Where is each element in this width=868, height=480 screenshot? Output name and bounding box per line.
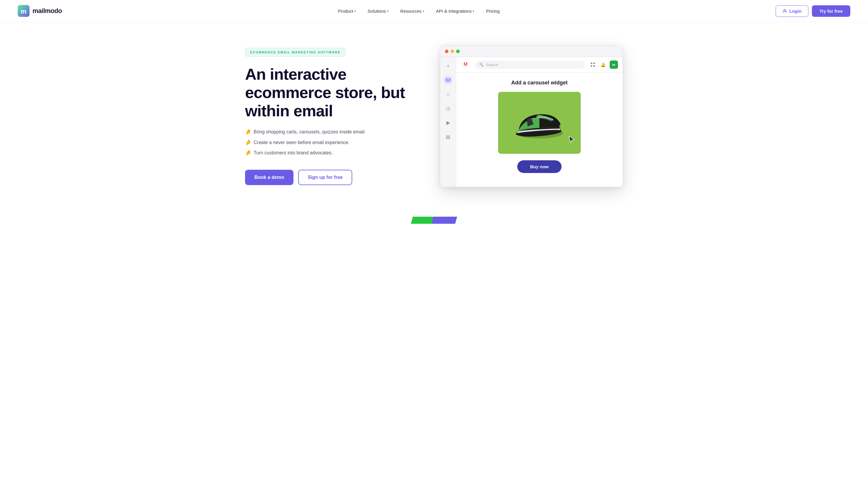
browser-content: ＋ ☆ ◷ ▶ ▤ bbox=[440, 57, 623, 187]
gmail-send-icon[interactable]: ▶ bbox=[444, 118, 452, 127]
nav-item-pricing[interactable]: Pricing bbox=[481, 6, 504, 16]
logo[interactable]: m mailmodo bbox=[18, 5, 62, 17]
gmail-compose-icon[interactable]: ＋ bbox=[444, 62, 452, 70]
chevron-down-icon: ▾ bbox=[423, 9, 424, 13]
purple-strip bbox=[432, 217, 457, 224]
nav-links: Product ▾ Solutions ▾ Resources ▾ API & … bbox=[333, 6, 504, 16]
gmail-star-icon[interactable]: ☆ bbox=[444, 90, 452, 98]
email-content-area: Add a carousel widget bbox=[456, 73, 623, 187]
svg-text:M: M bbox=[464, 62, 467, 67]
nav-item-solutions[interactable]: Solutions ▾ bbox=[363, 6, 393, 16]
hero-badge: ECOMMERCE EMAIL MARKETING SOFTWARE bbox=[245, 48, 345, 57]
nav-item-api[interactable]: API & Integrations ▾ bbox=[431, 6, 479, 16]
login-button[interactable]: Login bbox=[776, 5, 808, 17]
gmail-sidebar: ＋ ☆ ◷ ▶ ▤ bbox=[440, 57, 456, 187]
feature-item-1: 🤌 Bring shopping carts, carousels, quizz… bbox=[245, 128, 422, 136]
shoe-product-svg bbox=[510, 101, 569, 145]
svg-rect-8 bbox=[591, 65, 592, 67]
pointing-hand-icon-3: 🤌 bbox=[245, 149, 251, 157]
hero-buttons: Book a demo Sign up for free bbox=[245, 170, 422, 185]
mailmodo-gmail-icon: m bbox=[610, 61, 618, 69]
gmail-bell-icon[interactable]: 🔔 bbox=[600, 61, 606, 68]
buy-now-button[interactable]: Buy now bbox=[517, 160, 562, 173]
hero-section: ECOMMERCE EMAIL MARKETING SOFTWARE An in… bbox=[227, 22, 641, 205]
cursor-icon bbox=[568, 135, 575, 145]
sign-up-free-button[interactable]: Sign up for free bbox=[298, 170, 352, 185]
search-icon: 🔍 bbox=[479, 63, 484, 67]
mailmodo-logo-icon: m bbox=[18, 5, 30, 17]
gmail-top-icons: 🔔 m bbox=[590, 61, 618, 69]
bottom-decorative-strip bbox=[0, 205, 868, 233]
feature-item-3: 🤌 Turn customers into brand advocates. bbox=[245, 149, 422, 157]
hero-features-list: 🤌 Bring shopping carts, carousels, quizz… bbox=[245, 128, 422, 157]
hero-title: An interactive ecommerce store, but with… bbox=[245, 65, 422, 120]
svg-point-2 bbox=[784, 9, 786, 11]
gmail-search-bar[interactable]: 🔍 Search bbox=[475, 61, 585, 69]
gmail-inbox-icon[interactable] bbox=[444, 76, 452, 84]
svg-rect-9 bbox=[593, 65, 595, 67]
pointing-hand-icon-2: 🤌 bbox=[245, 139, 251, 147]
carousel-product-image bbox=[498, 92, 581, 154]
book-demo-button[interactable]: Book a demo bbox=[245, 170, 293, 185]
navbar: m mailmodo Product ▾ Solutions ▾ Resourc… bbox=[0, 0, 868, 22]
chevron-down-icon: ▾ bbox=[387, 9, 389, 13]
hero-left-content: ECOMMERCE EMAIL MARKETING SOFTWARE An in… bbox=[245, 48, 422, 185]
nav-actions: Login Try for free bbox=[776, 5, 850, 17]
gmail-clock-icon[interactable]: ◷ bbox=[444, 104, 452, 113]
pointing-hand-icon-1: 🤌 bbox=[245, 128, 251, 136]
svg-text:m: m bbox=[21, 8, 27, 15]
chevron-down-icon: ▾ bbox=[354, 9, 356, 13]
feature-item-2: 🤌 Create a never seen before email exper… bbox=[245, 139, 422, 147]
browser-maximize-dot bbox=[456, 50, 460, 53]
nav-item-product[interactable]: Product ▾ bbox=[333, 6, 361, 16]
browser-mockup: ＋ ☆ ◷ ▶ ▤ bbox=[440, 46, 623, 187]
gmail-m-logo: M bbox=[461, 60, 470, 69]
chevron-down-icon: ▾ bbox=[473, 9, 474, 13]
try-for-free-button[interactable]: Try for free bbox=[812, 5, 850, 17]
browser-titlebar bbox=[440, 46, 623, 57]
svg-rect-6 bbox=[591, 63, 592, 64]
gmail-grid-icon[interactable] bbox=[590, 61, 596, 68]
browser-close-dot bbox=[445, 50, 448, 53]
brand-name: mailmodo bbox=[32, 7, 62, 15]
nav-item-resources[interactable]: Resources ▾ bbox=[396, 6, 429, 16]
browser-minimize-dot bbox=[451, 50, 454, 53]
svg-text:m: m bbox=[612, 63, 615, 66]
carousel-widget-title: Add a carousel widget bbox=[511, 80, 567, 86]
gmail-draft-icon[interactable]: ▤ bbox=[444, 132, 452, 141]
hero-right-mockup: ＋ ☆ ◷ ▶ ▤ bbox=[440, 46, 623, 187]
user-icon bbox=[782, 8, 787, 13]
gmail-topbar: M 🔍 Search bbox=[456, 57, 623, 73]
gmail-main: M 🔍 Search bbox=[456, 57, 623, 187]
svg-rect-7 bbox=[593, 63, 595, 64]
